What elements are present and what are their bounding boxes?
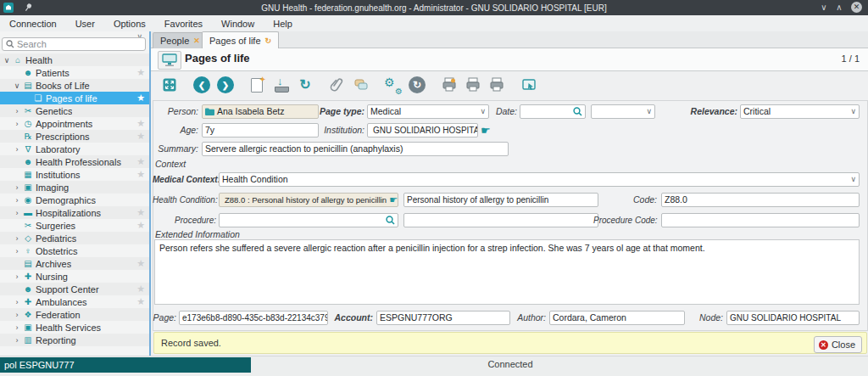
age-field[interactable]: 7y [202, 123, 319, 137]
relate-button[interactable]: ↻ [407, 75, 427, 95]
favorite-star-icon[interactable]: ★ [136, 296, 145, 307]
sidebar-item-laboratory[interactable]: › ∇ Laboratory [0, 143, 149, 155]
account-field[interactable]: ESPGNU777ORG [376, 311, 510, 325]
expander-closed-icon[interactable]: › [12, 336, 22, 345]
favorite-star-icon[interactable]: ★ [136, 67, 145, 78]
sidebar-item-obstetrics[interactable]: › ♀ Obstetrics [0, 244, 149, 257]
procedure-description-field[interactable] [403, 213, 598, 227]
favorite-star-icon[interactable]: ★ [136, 156, 145, 167]
sidebar-item-support-center[interactable]: ☻ Support Center ★ [0, 283, 149, 295]
sidebar-item-genetics[interactable]: › ✂ Genetics [0, 104, 149, 117]
expander-closed-icon[interactable]: › [12, 234, 22, 243]
relevance-select[interactable]: Critical ∨ [740, 104, 860, 119]
report-button[interactable] [439, 75, 459, 95]
menu-favorites[interactable]: Favorites [155, 19, 212, 29]
sidebar-item-health-professionals[interactable]: ☻ Health Professionals ★ [0, 155, 149, 168]
page-type-select[interactable]: Medical ∨ [367, 104, 489, 119]
search-icon[interactable] [386, 216, 395, 225]
favorite-star-icon[interactable]: ★ [136, 220, 145, 231]
sidebar-item-hospitalizations[interactable]: › ▬ Hospitalizations ★ [0, 206, 149, 219]
summary-field[interactable]: Servere allergic reaction to penicillin … [202, 142, 509, 156]
procedure-field[interactable] [219, 213, 398, 227]
health-condition-field[interactable]: Z88.0 : Personal history of allergy to p… [219, 193, 398, 207]
sidebar-item-prescriptions[interactable]: ℞ Prescriptions ★ [0, 130, 149, 143]
sidebar-item-appointments[interactable]: › ◷ Appointments ★ [0, 117, 149, 130]
extended-information-textarea[interactable]: Person refers she suffered a severe alle… [154, 239, 860, 305]
sidebar-item-archives[interactable]: ▤ Archives ★ [0, 257, 149, 270]
open-related-button[interactable] [519, 75, 539, 95]
tab-people[interactable]: People ✕ [153, 32, 208, 48]
expander-closed-icon[interactable]: › [12, 298, 22, 306]
minimize-icon[interactable]: ∨ [817, 1, 831, 14]
time-select[interactable]: ∨ [591, 104, 655, 119]
node-field[interactable]: GNU SOLIDARIO HOSPITAL [726, 311, 860, 325]
sidebar-item-institutions[interactable]: ▦ Institutions ★ [0, 168, 149, 181]
expander-closed-icon[interactable]: › [12, 120, 22, 128]
sidebar-item-nursing[interactable]: › ✚ Nursing [0, 270, 149, 283]
sidebar-item-pediatrics[interactable]: › ◇ Pediatrics [0, 232, 149, 244]
attachment-button[interactable] [327, 75, 348, 95]
new-record-button[interactable]: ✦ [248, 75, 268, 95]
expander-closed-icon[interactable]: › [12, 196, 22, 205]
favorite-star-icon[interactable]: ★ [136, 93, 145, 104]
previous-record-button[interactable]: ❮ [192, 75, 212, 95]
favorite-star-icon[interactable]: ★ [136, 131, 145, 142]
open-record-icon[interactable]: ☛ [481, 123, 491, 137]
tab-pages-of-life[interactable]: Pages of life ↻ [202, 31, 279, 48]
sidebar-item-reporting[interactable]: › ▥ Reporting [0, 334, 149, 346]
expander-closed-icon[interactable]: › [12, 107, 22, 115]
print-button[interactable] [487, 75, 507, 95]
tab-modified-icon[interactable]: ↻ [265, 36, 272, 45]
menu-help[interactable]: Help [264, 19, 302, 29]
code-field[interactable]: Z88.0 [661, 193, 860, 207]
expander-closed-icon[interactable]: › [12, 247, 22, 255]
search-input[interactable]: Search [2, 37, 146, 51]
switch-view-button[interactable] [159, 75, 180, 95]
sidebar-item-health[interactable]: ∨ ⌂ Health [0, 53, 149, 66]
sidebar-item-patients[interactable]: ☻ Patients ★ [0, 66, 149, 79]
sidebar-item-health-services[interactable]: › ▣ Health Services [0, 321, 149, 334]
procedure-code-field[interactable] [661, 213, 860, 227]
sidebar-item-books-of-life[interactable]: ∨ ▤ Books of Life [0, 79, 149, 92]
expander-closed-icon[interactable]: › [12, 183, 22, 192]
menu-options[interactable]: Options [104, 19, 155, 29]
action-button[interactable]: ⚙⚙ [383, 75, 403, 95]
email-report-button[interactable] [463, 75, 483, 95]
menu-connection[interactable]: Connection [0, 19, 66, 29]
page-id-field[interactable]: e173e6b8-d890-435c-b83d-22134c37963 [179, 311, 328, 325]
save-button[interactable]: ↓ [271, 75, 292, 95]
expander-closed-icon[interactable]: › [12, 311, 22, 319]
menu-user[interactable]: User [66, 19, 104, 29]
favorite-star-icon[interactable]: ★ [136, 118, 145, 129]
notification-close-button[interactable]: ✕ Close [814, 336, 862, 353]
next-record-button[interactable]: ❯ [215, 75, 236, 95]
sidebar-item-ambulances[interactable]: › ✚ Ambulances ★ [0, 295, 149, 308]
expander-closed-icon[interactable]: › [12, 209, 22, 217]
open-record-icon[interactable]: ☛ [389, 194, 398, 206]
sidebar-item-pages-of-life[interactable]: ❏ Pages of life ★ [0, 92, 149, 104]
favorite-star-icon[interactable]: ★ [136, 207, 145, 218]
institution-field[interactable]: GNU SOLIDARIO HOSPITAL [367, 123, 478, 137]
expander-closed-icon[interactable]: › [12, 145, 22, 154]
view-icon-button[interactable] [158, 51, 181, 70]
author-field[interactable]: Cordara, Cameron [549, 311, 685, 325]
sidebar-item-imaging[interactable]: › ▣ Imaging [0, 181, 149, 194]
favorite-star-icon[interactable]: ★ [136, 258, 145, 269]
sidebar-item-surgeries[interactable]: ✂ Surgeries ★ [0, 219, 149, 232]
health-condition-description-field[interactable]: Personal history of allergy to penicilli… [403, 193, 598, 207]
favorite-star-icon[interactable]: ★ [136, 283, 145, 295]
expander-closed-icon[interactable]: › [12, 323, 22, 332]
tab-close-icon[interactable]: ✕ [193, 36, 200, 45]
close-window-icon[interactable]: ✕ [851, 2, 862, 13]
menu-window[interactable]: Window [212, 19, 264, 29]
maximize-icon[interactable]: ∧ [832, 1, 846, 14]
search-icon[interactable] [573, 107, 582, 116]
expander-open-icon[interactable]: ∨ [2, 56, 12, 65]
expander-open-icon[interactable]: ∨ [12, 81, 22, 90]
person-field[interactable]: Ana Isabela Betz [202, 104, 319, 119]
sidebar-item-federation[interactable]: › ❖ Federation [0, 308, 149, 321]
medical-context-select[interactable]: Health Condition ∨ [219, 172, 860, 187]
sidebar-item-demographics[interactable]: › ◉ Demographics [0, 194, 149, 206]
favorite-star-icon[interactable]: ★ [136, 169, 145, 180]
date-field[interactable] [520, 104, 586, 119]
